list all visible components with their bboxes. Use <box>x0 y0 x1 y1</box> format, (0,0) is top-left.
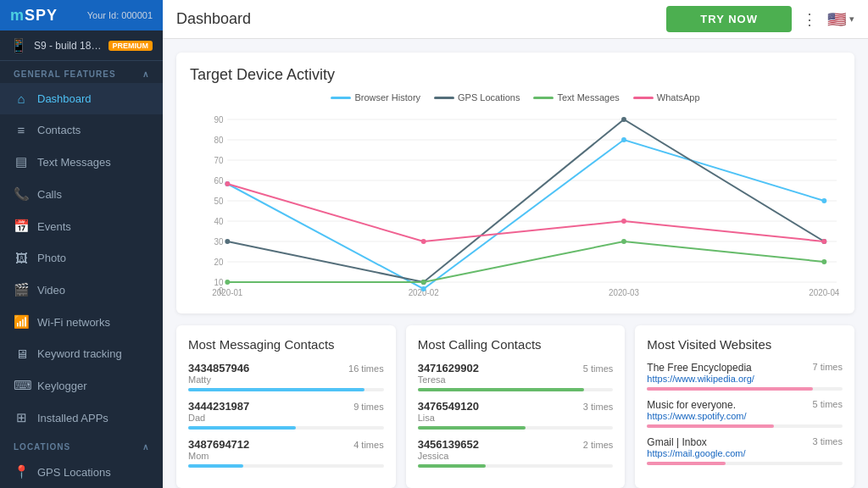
contact-count: 4 times <box>353 440 383 450</box>
contact-name: Teresa <box>418 374 479 385</box>
contact-item-2: 3444231987 Dad 9 times <box>188 400 384 430</box>
visited-websites-title: Most Visited Websites <box>647 337 843 352</box>
content-area: Target Device Activity Browser History G… <box>163 39 868 488</box>
contact-count: 5 times <box>583 363 613 374</box>
sidebar-item-wifi[interactable]: 📶 Wi-Fi networks <box>0 306 163 338</box>
legend-color-text <box>533 97 554 99</box>
svg-text:40: 40 <box>214 217 223 226</box>
website-name: The Free Encyclopedia <box>647 362 805 374</box>
calls-icon: 📞 <box>14 186 29 202</box>
svg-point-37 <box>621 219 626 224</box>
svg-text:80: 80 <box>214 136 223 145</box>
calling-contacts-card: Most Calling Contacts 3471629902 Teresa … <box>406 325 626 488</box>
contact-number: 3487694712 <box>188 438 249 451</box>
main-content: Dashboard TRY NOW ⋮ 🇺🇸 ▾ Target Device A… <box>163 0 868 488</box>
contact-number: 3456139652 <box>418 438 479 451</box>
cards-row: Most Messaging Contacts 3434857946 Matty… <box>176 325 854 488</box>
try-now-button[interactable]: TRY NOW <box>666 6 792 32</box>
chart-legend: Browser History GPS Locations Text Messa… <box>190 92 841 103</box>
contacts-icon: ≡ <box>14 123 29 137</box>
keylogger-icon: ⌨ <box>14 378 29 393</box>
sidebar-item-text-messages[interactable]: ▤ Text Messages <box>0 146 163 178</box>
video-icon: 🎬 <box>14 282 29 297</box>
website-url: https://www.wikipedia.org/ <box>647 374 805 384</box>
contact-name: Dad <box>188 413 249 423</box>
svg-point-35 <box>225 181 230 186</box>
gps-icon: 📍 <box>14 464 29 480</box>
sidebar-item-contacts[interactable]: ≡ Contacts <box>0 114 163 146</box>
contact-count: 9 times <box>353 402 383 412</box>
svg-text:60: 60 <box>214 176 223 186</box>
messaging-contacts-title: Most Messaging Contacts <box>188 337 384 352</box>
sidebar-item-label: Events <box>37 220 71 233</box>
calling-contacts-title: Most Calling Contacts <box>418 337 614 352</box>
contact-number: 3471629902 <box>418 362 479 374</box>
svg-point-38 <box>821 239 826 244</box>
calling-item-2: 3476549120 Lisa 3 times <box>418 400 614 430</box>
device-icon: 📱 <box>10 37 27 53</box>
chart-title: Target Device Activity <box>190 66 841 84</box>
events-icon: 📅 <box>14 219 29 234</box>
messaging-contacts-card: Most Messaging Contacts 3434857946 Matty… <box>176 325 396 488</box>
sidebar-header: mSPY Your Id: 000001 <box>0 0 163 30</box>
contact-number: 3434857946 <box>188 362 249 374</box>
website-count: 3 times <box>813 436 843 446</box>
contact-count: 3 times <box>583 402 613 412</box>
website-item-2: Music for everyone. https://www.spotify.… <box>647 399 843 428</box>
website-item-1: The Free Encyclopedia https://www.wikipe… <box>647 362 843 391</box>
svg-point-31 <box>225 280 230 285</box>
sidebar-item-video[interactable]: 🎬 Video <box>0 274 163 306</box>
apps-icon: ⊞ <box>14 410 29 425</box>
sidebar-item-calls[interactable]: 📞 Calls <box>0 178 163 210</box>
calling-item-3: 3456139652 Jessica 2 times <box>418 438 614 468</box>
page-title: Dashboard <box>176 10 656 28</box>
svg-text:2020-04: 2020-04 <box>809 288 840 297</box>
language-selector[interactable]: 🇺🇸 ▾ <box>827 10 854 29</box>
contact-name: Jessica <box>418 451 479 461</box>
sidebar-item-keylogger[interactable]: ⌨ Keylogger <box>0 369 163 402</box>
contact-item-3: 3487694712 Mom 4 times <box>188 438 384 468</box>
sidebar: mSPY Your Id: 000001 📱 S9 - build 18 - 5… <box>0 0 163 488</box>
more-options-icon[interactable]: ⋮ <box>802 10 817 29</box>
sidebar-item-installed-apps[interactable]: ⊞ Installed APPs <box>0 402 163 434</box>
sidebar-item-label: Video <box>37 284 65 297</box>
legend-browser-history: Browser History <box>331 92 420 103</box>
device-name: S9 - build 18 - 5... <box>34 40 102 52</box>
sidebar-item-photo[interactable]: 🖼 Photo <box>0 242 163 274</box>
svg-point-26 <box>821 198 826 203</box>
website-url: https://www.spotify.com/ <box>647 411 805 421</box>
dashboard-icon: ⌂ <box>14 92 29 106</box>
device-row[interactable]: 📱 S9 - build 18 - 5... PREMIUM <box>0 30 163 61</box>
wifi-icon: 📶 <box>14 314 29 330</box>
contact-name: Matty <box>188 374 249 385</box>
premium-badge: PREMIUM <box>108 41 153 51</box>
svg-point-25 <box>621 137 626 142</box>
sidebar-item-label: Installed APPs <box>37 412 108 424</box>
legend-color-browser <box>331 97 351 99</box>
keyword-icon: 🖥 <box>14 347 29 361</box>
sidebar-item-label: GPS Locations <box>37 466 111 479</box>
sidebar-item-gps[interactable]: 📍 GPS Locations <box>0 456 163 488</box>
svg-text:20: 20 <box>214 258 223 267</box>
website-item-3: Gmail | Inbox https://mail.google.com/ 3… <box>647 436 843 465</box>
svg-point-33 <box>621 239 626 244</box>
svg-text:90: 90 <box>214 115 223 125</box>
contact-number: 3444231987 <box>188 400 249 413</box>
contact-number: 3476549120 <box>418 400 479 413</box>
legend-color-gps <box>434 97 454 99</box>
website-count: 7 times <box>813 362 843 372</box>
contact-count: 16 times <box>348 363 384 374</box>
sidebar-item-label: Contacts <box>37 124 81 136</box>
sidebar-item-dashboard[interactable]: ⌂ Dashboard <box>0 83 163 114</box>
contact-name: Lisa <box>418 413 479 423</box>
legend-color-whatsapp <box>633 97 654 99</box>
sidebar-item-keyword-tracking[interactable]: 🖥 Keyword tracking <box>0 338 163 369</box>
calling-item-1: 3471629902 Teresa 5 times <box>418 362 614 391</box>
locations-header: LOCATIONS ∧ <box>0 434 163 456</box>
sidebar-item-label: Photo <box>37 252 66 264</box>
legend-whatsapp: WhatsApp <box>633 92 700 103</box>
sidebar-item-label: Wi-Fi networks <box>37 316 110 329</box>
svg-point-24 <box>421 286 426 291</box>
sidebar-item-events[interactable]: 📅 Events <box>0 210 163 242</box>
sidebar-item-label: Keyword tracking <box>37 347 122 360</box>
